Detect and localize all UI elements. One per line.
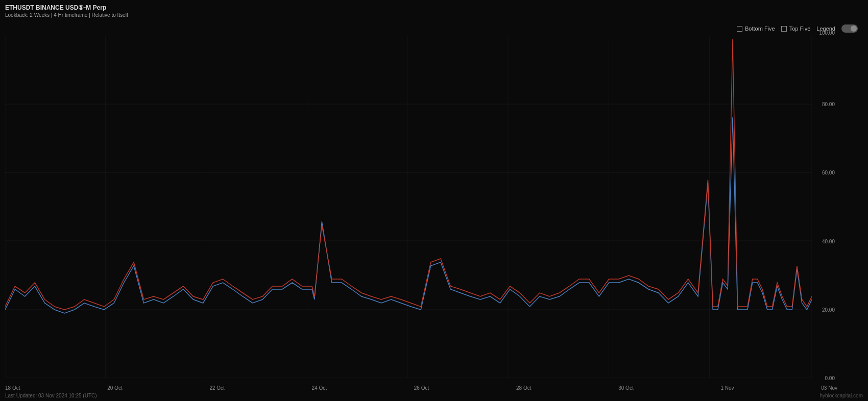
last-updated: Last Updated: 03 Nov 2024 10:25 (UTC) bbox=[5, 393, 97, 398]
main-chart bbox=[5, 36, 812, 378]
red-line bbox=[5, 39, 812, 310]
y-label-40: 40.00 bbox=[822, 238, 835, 244]
legend-bottom-five: Bottom Five bbox=[737, 26, 775, 32]
y-axis: 0.00 20.00 40.00 60.00 80.00 100.00 bbox=[812, 36, 837, 378]
bottom-five-label: Bottom Five bbox=[745, 26, 775, 32]
x-label-18oct: 18 Oct bbox=[5, 385, 20, 391]
y-label-20: 20.00 bbox=[822, 307, 835, 312]
top-five-checkbox[interactable] bbox=[781, 26, 787, 32]
y-label-80: 80.00 bbox=[822, 102, 835, 107]
x-axis: 18 Oct 20 Oct 22 Oct 24 Oct 26 Oct 28 Oc… bbox=[5, 385, 837, 391]
x-label-28oct: 28 Oct bbox=[516, 385, 531, 391]
watermark-text: hyblockcapital.com bbox=[820, 393, 863, 398]
legend-top-five: Top Five bbox=[781, 26, 811, 32]
x-label-26oct: 26 Oct bbox=[414, 385, 429, 391]
footer: Last Updated: 03 Nov 2024 10:25 (UTC) bbox=[5, 393, 97, 398]
legend-area: Bottom Five Top Five Legend bbox=[737, 24, 858, 33]
chart-subtitle: Lookback: 2 Weeks | 4 Hr timeframe | Rel… bbox=[5, 12, 128, 18]
blue-line bbox=[5, 117, 812, 313]
bottom-five-checkbox[interactable] bbox=[737, 26, 742, 32]
top-five-label: Top Five bbox=[789, 26, 811, 32]
x-label-1nov: 1 Nov bbox=[720, 385, 734, 391]
y-label-60: 60.00 bbox=[822, 170, 835, 176]
watermark: hyblockcapital.com bbox=[820, 393, 863, 398]
x-label-20oct: 20 Oct bbox=[107, 385, 122, 391]
y-label-0: 0.00 bbox=[825, 375, 835, 381]
y-label-100: 100.00 bbox=[819, 30, 835, 36]
chart-title: ETHUSDT BINANCE USD⑤-M Perp bbox=[5, 4, 128, 11]
x-label-30oct: 30 Oct bbox=[618, 385, 633, 391]
x-label-22oct: 22 Oct bbox=[209, 385, 224, 391]
legend-toggle[interactable] bbox=[841, 24, 858, 33]
header: ETHUSDT BINANCE USD⑤-M Perp Lookback: 2 … bbox=[5, 4, 128, 18]
chart-container: 0.00 20.00 40.00 60.00 80.00 100.00 bbox=[5, 36, 837, 378]
x-label-24oct: 24 Oct bbox=[312, 385, 327, 391]
x-label-3nov: 03 Nov bbox=[821, 385, 837, 391]
